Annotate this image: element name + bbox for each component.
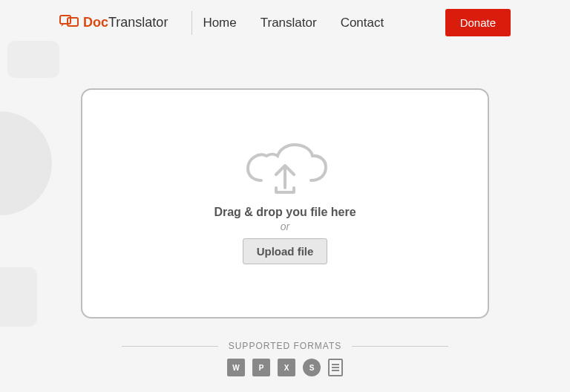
- donate-button[interactable]: Donate: [445, 9, 511, 36]
- document-icon: [328, 359, 343, 376]
- upload-file-button[interactable]: Upload file: [243, 238, 328, 264]
- header: DocTranslator Home Translator Contact Do…: [0, 0, 570, 36]
- nav-translator[interactable]: Translator: [261, 16, 317, 30]
- format-icons: W P X S: [0, 359, 570, 376]
- cloud-upload-icon: [240, 143, 330, 198]
- powerpoint-icon: P: [252, 359, 270, 376]
- svg-rect-1: [68, 18, 78, 26]
- swirl-icon: S: [303, 359, 321, 376]
- svg-rect-0: [60, 16, 71, 24]
- logo-icon: [59, 13, 79, 32]
- nav-separator: [191, 11, 192, 35]
- dropzone-or: or: [281, 220, 289, 232]
- brand-rest: Translator: [108, 15, 168, 30]
- excel-icon: X: [278, 359, 295, 376]
- bg-speech-decoration: [7, 41, 59, 78]
- dropzone-text: Drag & drop you file here: [214, 206, 356, 219]
- nav: Home Translator Contact: [203, 16, 430, 30]
- logo-text: DocTranslator: [83, 15, 168, 30]
- nav-contact[interactable]: Contact: [341, 16, 384, 30]
- divider-left: [122, 346, 218, 347]
- bg-circle-decoration: [0, 111, 52, 215]
- divider-right: [352, 346, 448, 347]
- bg-shape-decoration: [0, 267, 37, 327]
- brand-bold: Doc: [83, 15, 108, 30]
- logo[interactable]: DocTranslator: [59, 13, 168, 32]
- nav-home[interactable]: Home: [203, 16, 236, 30]
- formats-heading: SUPPORTED FORMATS: [229, 341, 342, 351]
- supported-formats: SUPPORTED FORMATS W P X S: [0, 341, 570, 376]
- formats-heading-row: SUPPORTED FORMATS: [0, 341, 570, 351]
- dropzone[interactable]: Drag & drop you file here or Upload file: [81, 88, 489, 318]
- word-icon: W: [227, 359, 245, 376]
